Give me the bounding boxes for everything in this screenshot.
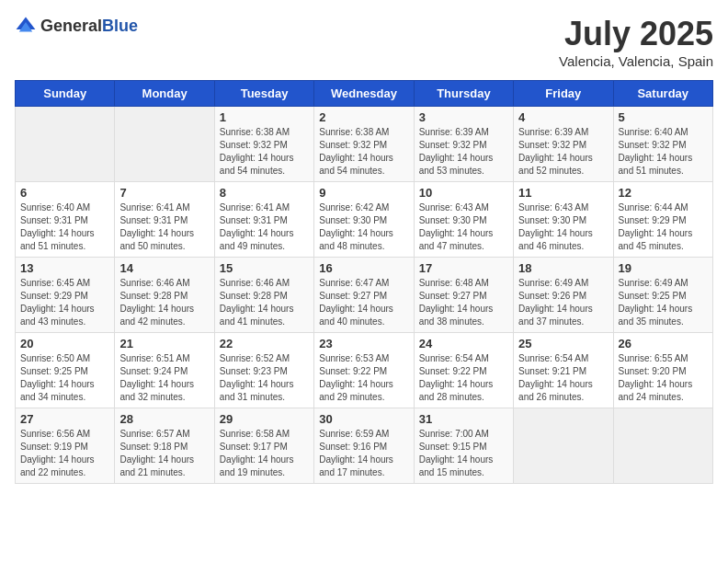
day-info: Sunrise: 6:40 AMSunset: 9:31 PMDaylight:… bbox=[20, 201, 109, 253]
calendar-cell: 26Sunrise: 6:55 AMSunset: 9:20 PMDayligh… bbox=[613, 333, 712, 408]
day-info: Sunrise: 6:42 AMSunset: 9:30 PMDaylight:… bbox=[319, 201, 408, 253]
calendar-cell: 12Sunrise: 6:44 AMSunset: 9:29 PMDayligh… bbox=[613, 182, 712, 258]
calendar-cell: 6Sunrise: 6:40 AMSunset: 9:31 PMDaylight… bbox=[16, 182, 115, 258]
day-number: 13 bbox=[20, 261, 109, 275]
day-info: Sunrise: 6:45 AMSunset: 9:29 PMDaylight:… bbox=[20, 277, 109, 328]
month-year-title: July 2025 bbox=[559, 15, 713, 53]
day-number: 27 bbox=[20, 412, 109, 426]
day-info: Sunrise: 6:54 AMSunset: 9:22 PMDaylight:… bbox=[419, 352, 508, 404]
day-number: 18 bbox=[518, 261, 608, 275]
weekday-header-saturday: Saturday bbox=[613, 81, 712, 107]
calendar-cell bbox=[613, 408, 712, 484]
day-info: Sunrise: 6:50 AMSunset: 9:25 PMDaylight:… bbox=[20, 352, 109, 404]
logo-general-text: General bbox=[40, 17, 102, 35]
calendar-table: SundayMondayTuesdayWednesdayThursdayFrid… bbox=[15, 80, 713, 484]
weekday-header-tuesday: Tuesday bbox=[214, 81, 313, 107]
week-row-3: 13Sunrise: 6:45 AMSunset: 9:29 PMDayligh… bbox=[16, 258, 713, 333]
day-info: Sunrise: 6:39 AMSunset: 9:32 PMDaylight:… bbox=[518, 126, 608, 178]
week-row-4: 20Sunrise: 6:50 AMSunset: 9:25 PMDayligh… bbox=[16, 333, 713, 408]
calendar-cell: 13Sunrise: 6:45 AMSunset: 9:29 PMDayligh… bbox=[16, 258, 115, 333]
day-number: 26 bbox=[619, 337, 708, 350]
calendar-cell: 1Sunrise: 6:38 AMSunset: 9:32 PMDaylight… bbox=[214, 107, 313, 182]
day-info: Sunrise: 6:46 AMSunset: 9:28 PMDaylight:… bbox=[119, 277, 209, 328]
calendar-cell: 29Sunrise: 6:58 AMSunset: 9:17 PMDayligh… bbox=[214, 408, 313, 484]
day-info: Sunrise: 6:41 AMSunset: 9:31 PMDaylight:… bbox=[220, 201, 309, 253]
day-number: 7 bbox=[119, 186, 209, 200]
day-info: Sunrise: 6:47 AMSunset: 9:27 PMDaylight:… bbox=[319, 277, 408, 328]
day-info: Sunrise: 6:44 AMSunset: 9:29 PMDaylight:… bbox=[619, 201, 708, 253]
day-info: Sunrise: 6:48 AMSunset: 9:27 PMDaylight:… bbox=[419, 277, 508, 328]
day-info: Sunrise: 6:58 AMSunset: 9:17 PMDaylight:… bbox=[220, 428, 309, 479]
day-number: 12 bbox=[619, 186, 708, 200]
day-info: Sunrise: 7:00 AMSunset: 9:15 PMDaylight:… bbox=[419, 428, 508, 479]
calendar-cell: 21Sunrise: 6:51 AMSunset: 9:24 PMDayligh… bbox=[115, 333, 214, 408]
weekday-header-wednesday: Wednesday bbox=[314, 81, 414, 107]
calendar-cell bbox=[115, 107, 214, 182]
day-number: 19 bbox=[619, 261, 708, 275]
day-number: 5 bbox=[619, 110, 708, 124]
calendar-cell: 5Sunrise: 6:40 AMSunset: 9:32 PMDaylight… bbox=[613, 107, 712, 182]
calendar-cell: 4Sunrise: 6:39 AMSunset: 9:32 PMDaylight… bbox=[514, 107, 613, 182]
day-info: Sunrise: 6:59 AMSunset: 9:16 PMDaylight:… bbox=[319, 428, 408, 479]
week-row-1: 1Sunrise: 6:38 AMSunset: 9:32 PMDaylight… bbox=[16, 107, 713, 182]
weekday-header-friday: Friday bbox=[514, 81, 613, 107]
calendar-cell: 20Sunrise: 6:50 AMSunset: 9:25 PMDayligh… bbox=[16, 333, 115, 408]
week-row-5: 27Sunrise: 6:56 AMSunset: 9:19 PMDayligh… bbox=[16, 408, 713, 484]
calendar-cell: 28Sunrise: 6:57 AMSunset: 9:18 PMDayligh… bbox=[115, 408, 214, 484]
calendar-cell: 7Sunrise: 6:41 AMSunset: 9:31 PMDaylight… bbox=[115, 182, 214, 258]
day-number: 3 bbox=[419, 110, 508, 124]
day-number: 22 bbox=[220, 337, 309, 350]
logo: GeneralBlue bbox=[15, 15, 138, 37]
day-info: Sunrise: 6:57 AMSunset: 9:18 PMDaylight:… bbox=[119, 428, 209, 479]
title-block: July 2025 Valencia, Valencia, Spain bbox=[559, 15, 713, 69]
day-number: 31 bbox=[419, 412, 508, 426]
calendar-cell: 30Sunrise: 6:59 AMSunset: 9:16 PMDayligh… bbox=[314, 408, 414, 484]
day-number: 28 bbox=[119, 412, 209, 426]
day-number: 6 bbox=[20, 186, 109, 200]
calendar-header: SundayMondayTuesdayWednesdayThursdayFrid… bbox=[16, 81, 713, 107]
day-info: Sunrise: 6:43 AMSunset: 9:30 PMDaylight:… bbox=[518, 201, 608, 253]
day-info: Sunrise: 6:39 AMSunset: 9:32 PMDaylight:… bbox=[419, 126, 508, 178]
calendar-cell bbox=[514, 408, 613, 484]
day-number: 14 bbox=[119, 261, 209, 275]
calendar-cell: 3Sunrise: 6:39 AMSunset: 9:32 PMDaylight… bbox=[414, 107, 513, 182]
day-info: Sunrise: 6:43 AMSunset: 9:30 PMDaylight:… bbox=[419, 201, 508, 253]
day-number: 4 bbox=[518, 110, 608, 124]
day-info: Sunrise: 6:46 AMSunset: 9:28 PMDaylight:… bbox=[220, 277, 309, 328]
calendar-cell: 11Sunrise: 6:43 AMSunset: 9:30 PMDayligh… bbox=[514, 182, 613, 258]
day-info: Sunrise: 6:41 AMSunset: 9:31 PMDaylight:… bbox=[119, 201, 209, 253]
day-number: 30 bbox=[319, 412, 408, 426]
day-info: Sunrise: 6:54 AMSunset: 9:21 PMDaylight:… bbox=[518, 352, 608, 404]
location-title: Valencia, Valencia, Spain bbox=[559, 53, 713, 69]
day-number: 11 bbox=[518, 186, 608, 200]
logo-blue-text: Blue bbox=[102, 17, 138, 35]
calendar-cell: 24Sunrise: 6:54 AMSunset: 9:22 PMDayligh… bbox=[414, 333, 513, 408]
day-number: 10 bbox=[419, 186, 508, 200]
week-row-2: 6Sunrise: 6:40 AMSunset: 9:31 PMDaylight… bbox=[16, 182, 713, 258]
day-number: 16 bbox=[319, 261, 408, 275]
calendar-cell: 17Sunrise: 6:48 AMSunset: 9:27 PMDayligh… bbox=[414, 258, 513, 333]
day-number: 1 bbox=[220, 110, 309, 124]
day-number: 21 bbox=[119, 337, 209, 350]
day-info: Sunrise: 6:40 AMSunset: 9:32 PMDaylight:… bbox=[619, 126, 708, 178]
day-info: Sunrise: 6:49 AMSunset: 9:26 PMDaylight:… bbox=[518, 277, 608, 328]
day-info: Sunrise: 6:51 AMSunset: 9:24 PMDaylight:… bbox=[119, 352, 209, 404]
calendar-cell: 25Sunrise: 6:54 AMSunset: 9:21 PMDayligh… bbox=[514, 333, 613, 408]
calendar-cell: 19Sunrise: 6:49 AMSunset: 9:25 PMDayligh… bbox=[613, 258, 712, 333]
day-number: 8 bbox=[220, 186, 309, 200]
calendar-cell: 22Sunrise: 6:52 AMSunset: 9:23 PMDayligh… bbox=[214, 333, 313, 408]
weekday-row: SundayMondayTuesdayWednesdayThursdayFrid… bbox=[16, 81, 713, 107]
weekday-header-monday: Monday bbox=[115, 81, 214, 107]
calendar-cell: 14Sunrise: 6:46 AMSunset: 9:28 PMDayligh… bbox=[115, 258, 214, 333]
logo-icon bbox=[15, 15, 37, 37]
weekday-header-sunday: Sunday bbox=[16, 81, 115, 107]
calendar-body: 1Sunrise: 6:38 AMSunset: 9:32 PMDaylight… bbox=[16, 107, 713, 484]
calendar-cell: 23Sunrise: 6:53 AMSunset: 9:22 PMDayligh… bbox=[314, 333, 414, 408]
calendar-cell: 27Sunrise: 6:56 AMSunset: 9:19 PMDayligh… bbox=[16, 408, 115, 484]
calendar-cell: 15Sunrise: 6:46 AMSunset: 9:28 PMDayligh… bbox=[214, 258, 313, 333]
calendar-cell: 10Sunrise: 6:43 AMSunset: 9:30 PMDayligh… bbox=[414, 182, 513, 258]
day-number: 25 bbox=[518, 337, 608, 350]
day-number: 2 bbox=[319, 110, 408, 124]
calendar-cell: 9Sunrise: 6:42 AMSunset: 9:30 PMDaylight… bbox=[314, 182, 414, 258]
page-header: GeneralBlue July 2025 Valencia, Valencia… bbox=[15, 15, 713, 69]
